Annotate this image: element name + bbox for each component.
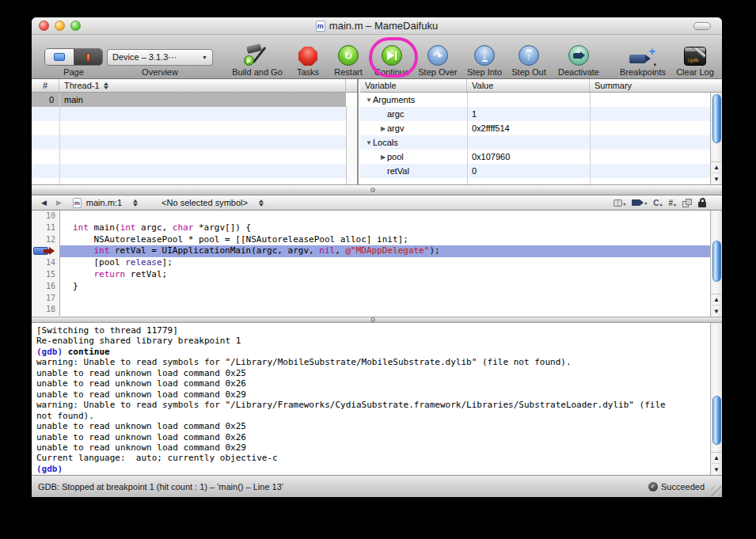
overview-popup[interactable]: Device – 3.1.3⋯ ▼ Overview xyxy=(107,37,213,77)
zoom-button[interactable] xyxy=(70,21,81,31)
gdb-prompt: (gdb) xyxy=(36,464,63,474)
symbol-popup[interactable]: <No selected symbol> xyxy=(161,198,248,207)
console-line: [Switching to thread 11779] xyxy=(36,325,710,336)
bookmarks-menu-button[interactable]: ▾ xyxy=(614,199,625,207)
console-scrollbar-track[interactable]: ▲ ▼ xyxy=(710,323,722,475)
call-stack-panel: # Thread-1 0 main xyxy=(32,79,359,184)
console-line: unable to read unknown load command 0x25 xyxy=(36,421,710,431)
gdb-console[interactable]: [Switching to thread 11779] Re-enabling … xyxy=(32,323,710,475)
console-splitter[interactable] xyxy=(32,317,722,323)
variable-row-argc[interactable]: argc 1 xyxy=(360,107,710,121)
disclosure-triangle-icon[interactable]: ▶ xyxy=(379,125,387,132)
editor-navigation-bar: ◀ ▶ m main.m:1 <No selected symbol> ▾ ▾ … xyxy=(32,195,722,211)
file-popup-stepper-icon[interactable] xyxy=(133,199,138,207)
source-editor[interactable]: 10 11 int main(int argc, char *argv[]) {… xyxy=(32,211,710,317)
scroll-down-arrow[interactable]: ▼ xyxy=(711,464,722,475)
variable-column-header[interactable]: Variable xyxy=(360,79,467,92)
minimize-button[interactable] xyxy=(55,21,65,31)
variable-row-locals[interactable]: ▼Locals xyxy=(360,135,710,150)
breakpoint-marker-icon[interactable] xyxy=(33,247,55,255)
deactivate-button[interactable]: Deactivate xyxy=(552,37,606,77)
history-forward-button[interactable]: ▶ xyxy=(56,199,62,207)
class-hierarchy-menu-button[interactable]: C▾ xyxy=(653,199,662,207)
page-segmented-control[interactable]: Page xyxy=(43,37,104,77)
line-number[interactable]: 14 xyxy=(32,257,60,269)
step-over-button[interactable]: ↷ Step Over xyxy=(412,37,463,77)
variable-row-arguments[interactable]: ▼Arguments xyxy=(360,93,710,107)
tasks-button[interactable]: Tasks xyxy=(291,37,325,77)
summary-column-header[interactable]: Summary xyxy=(590,79,710,92)
variable-row-pool[interactable]: ▶pool 0x107960 xyxy=(360,150,710,164)
console-line: warning: Unable to read symbols for "/Li… xyxy=(36,357,710,367)
scroll-up-arrow[interactable]: ▲ xyxy=(711,294,722,306)
scroll-down-arrow[interactable]: ▼ xyxy=(711,173,722,184)
page-debugger-segment[interactable] xyxy=(74,49,102,65)
line-number[interactable]: 18 xyxy=(32,304,60,316)
line-number[interactable]: 16 xyxy=(32,281,60,293)
step-out-button[interactable]: ↑ Step Out xyxy=(505,37,553,77)
counterpart-button[interactable] xyxy=(682,199,692,207)
variables-scrollbar-thumb[interactable] xyxy=(712,94,721,143)
continue-button[interactable]: Continue xyxy=(369,37,415,77)
editor-scrollbar-thumb[interactable] xyxy=(712,241,721,282)
line-number[interactable]: 11 xyxy=(32,222,60,234)
console-line: warning: Unable to read symbols for "/Li… xyxy=(36,400,710,410)
window-title: main.m – MameDaifuku xyxy=(329,20,438,32)
stack-frame-number-column-header[interactable]: # xyxy=(32,79,59,92)
code-line: 14 [pool release]; xyxy=(32,257,710,269)
panel-splitter[interactable] xyxy=(32,184,722,195)
line-number[interactable]: 10 xyxy=(32,211,60,222)
line-number[interactable]: 17 xyxy=(32,293,60,305)
thread-column-header[interactable]: Thread-1 xyxy=(59,79,346,92)
included-files-menu-button[interactable]: #▾ xyxy=(668,199,676,207)
scroll-up-arrow[interactable]: ▲ xyxy=(711,162,722,173)
console-scrollbar-thumb[interactable] xyxy=(712,396,721,445)
stack-frame-row[interactable]: 0 main xyxy=(32,93,346,107)
lock-button[interactable] xyxy=(698,198,706,207)
stop-icon xyxy=(298,47,317,66)
symbol-popup-stepper-icon[interactable] xyxy=(259,199,264,207)
page-editor-segment[interactable] xyxy=(45,49,74,65)
disclosure-triangle-icon[interactable]: ▼ xyxy=(365,139,373,146)
breakpoints-button[interactable]: + ▾ Breakpoints xyxy=(613,37,673,77)
console-line: unable to read unknown load command 0x26 xyxy=(36,378,710,389)
history-back-button[interactable]: ◀ xyxy=(41,199,47,207)
file-popup[interactable]: main.m:1 xyxy=(86,198,122,207)
console-line: Re-enabling shared library breakpoint 1 xyxy=(36,336,710,346)
variable-row-argv[interactable]: ▶argv 0x2ffff514 xyxy=(360,121,710,135)
disclosure-triangle-icon[interactable]: ▼ xyxy=(365,97,373,104)
value-column-header[interactable]: Value xyxy=(467,79,590,92)
console-line: unable to read unknown load command 0x29 xyxy=(36,389,710,400)
step-into-button[interactable]: ↓ Step Into xyxy=(461,37,508,77)
document-icon: m xyxy=(316,21,325,32)
tasks-label: Tasks xyxy=(297,67,319,77)
breakpoints-menu-button[interactable]: ▾ xyxy=(632,199,647,206)
scroll-up-arrow[interactable]: ▲ xyxy=(711,453,722,464)
traffic-lights xyxy=(39,21,81,31)
splitter-dimple xyxy=(370,317,375,322)
restart-button[interactable]: ↻ Restart xyxy=(328,37,369,77)
editor-scrollbar-track[interactable]: ▲ ▼ xyxy=(710,211,722,317)
resize-grip[interactable] xyxy=(711,486,721,496)
line-number[interactable]: 15 xyxy=(32,269,60,281)
hammer-icon xyxy=(244,44,271,66)
breakpoint-gutter[interactable] xyxy=(32,245,60,257)
line-number[interactable]: 12 xyxy=(32,234,60,246)
program-counter-arrow-icon xyxy=(44,249,49,253)
variables-scrollbar-track[interactable]: ▲ ▼ xyxy=(710,93,722,184)
clear-log-button[interactable]: (gdb Clear Log xyxy=(671,37,719,77)
variable-row-retval[interactable]: retVal 0 xyxy=(360,164,710,178)
title-bar[interactable]: m main.m – MameDaifuku xyxy=(32,17,722,35)
scroll-down-arrow[interactable]: ▼ xyxy=(711,306,722,317)
overview-popup-button[interactable]: Device – 3.1.3⋯ ▼ xyxy=(107,49,213,66)
call-stack-scrollbar-track[interactable] xyxy=(346,106,357,184)
build-and-go-button[interactable]: Build and Go xyxy=(226,37,289,77)
overview-label: Overview xyxy=(142,67,178,77)
step-out-icon: ↑ xyxy=(519,45,539,66)
breakpoints-label: Breakpoints xyxy=(620,67,666,77)
chevron-down-icon: ▾ xyxy=(653,62,656,68)
disclosure-triangle-icon[interactable]: ▶ xyxy=(379,154,387,161)
lock-icon xyxy=(698,198,706,207)
toolbar-toggle-button[interactable] xyxy=(693,22,711,30)
close-button[interactable] xyxy=(39,21,49,31)
